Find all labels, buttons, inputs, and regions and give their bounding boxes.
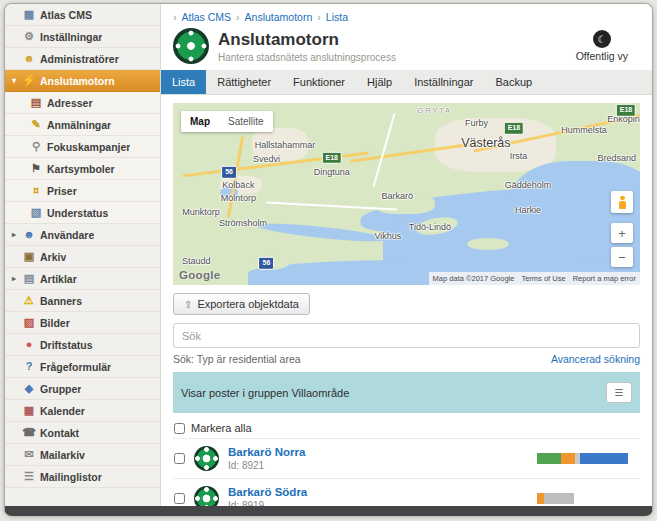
sidebar-item-anslutamotorn[interactable]: ▾⚡Anslutamotorn — [5, 70, 160, 92]
sidebar-item-priser[interactable]: ¤Priser — [5, 180, 160, 202]
sidebar-item-understatus[interactable]: ▧Understatus — [5, 202, 160, 224]
users-icon: ☻ — [22, 229, 36, 240]
sidebar-item-driftstatus[interactable]: ●Driftstatus — [5, 334, 160, 356]
articles-icon: ▤ — [22, 273, 36, 284]
tab-funktioner[interactable]: Funktioner — [282, 70, 356, 94]
sidebar-item-bilder[interactable]: ▨Bilder — [5, 312, 160, 334]
row-title-link[interactable]: Barkarö Södra — [228, 486, 307, 498]
admin-user-icon: ☻ — [22, 53, 36, 64]
active-filter-text: Sök: Typ är residential area — [173, 353, 301, 365]
tab-bar: ListaRättigheterFunktionerHjälpInställni… — [161, 70, 652, 95]
sidebar-item-anvandare[interactable]: ▸☻Användare — [5, 224, 160, 246]
status-dot-icon: ● — [22, 339, 36, 350]
main-content: ›Atlas CMS›Anslutamotorn›Lista Anslutamo… — [161, 4, 652, 506]
page-subtitle: Hantera stadsnätets anslutningsprocess — [218, 52, 396, 63]
select-all[interactable]: Markera alla — [174, 422, 639, 434]
sidebar-item-label: Grupper — [40, 383, 81, 395]
row-checkbox[interactable] — [174, 453, 185, 464]
sidebar-item-label: Bilder — [40, 317, 70, 329]
map-type-map-button[interactable]: Map — [181, 111, 219, 132]
content-area: GRYTAFurbyHummelstaEnköpingHallstahammar… — [161, 95, 652, 506]
status-bar-segment — [580, 453, 628, 464]
pegman-icon — [618, 196, 627, 209]
price-tag-icon: ¤ — [29, 185, 43, 196]
sidebar-item-anmalningar[interactable]: ✎Anmälningar — [5, 114, 160, 136]
sidebar-item-administratorer[interactable]: ☻Administratörer — [5, 48, 160, 70]
zoom-out-button[interactable]: − — [611, 247, 633, 267]
sidebar-item-mailarkiv[interactable]: ✉Mailarkiv — [5, 444, 160, 466]
sidebar-item-label: Kalender — [40, 405, 85, 417]
list-view-button[interactable]: ☰ — [606, 382, 632, 403]
select-all-checkbox[interactable] — [174, 423, 185, 434]
sidebar-item-label: Inställningar — [40, 31, 102, 43]
sidebar-item-label: Banners — [40, 295, 82, 307]
google-logo: Google — [179, 269, 220, 281]
breadcrumb-item-atlas-cms[interactable]: Atlas CMS — [182, 11, 232, 23]
row-checkbox[interactable] — [174, 493, 185, 504]
pegman-control[interactable] — [611, 191, 633, 213]
sidebar-item-arkiv[interactable]: ▣Arkiv — [5, 246, 160, 268]
tab-hjalp[interactable]: Hjälp — [356, 70, 403, 94]
chevron-right-icon: ▸ — [10, 230, 18, 239]
sidebar-item-grupper[interactable]: ◆Grupper — [5, 378, 160, 400]
tab-rattigheter[interactable]: Rättigheter — [206, 70, 282, 94]
public-view-button[interactable]: ☾ Offentlig vy — [570, 29, 634, 63]
breadcrumb-separator: › — [317, 11, 321, 23]
row-title-link[interactable]: Barkarö Norra — [228, 446, 305, 458]
pencil-icon: ✎ — [29, 119, 43, 130]
search-input[interactable] — [173, 323, 640, 348]
sidebar-item-label: Priser — [47, 185, 77, 197]
sidebar-item-kalender[interactable]: ▦Kalender — [5, 400, 160, 422]
map-type-satellite-button[interactable]: Satellite — [219, 111, 273, 132]
list-item: Barkarö SödraId: 8919 — [173, 478, 640, 506]
sidebar-item-fokuskampanjer[interactable]: ⚲Fokuskampanjer — [5, 136, 160, 158]
question-mark-icon: ? — [22, 361, 36, 372]
map-urban-area — [252, 128, 308, 161]
status-bar-segment — [537, 493, 544, 504]
map-island — [374, 194, 435, 214]
advanced-search-link[interactable]: Avancerad sökning — [551, 353, 640, 365]
terms-of-use-link[interactable]: Terms of Use — [521, 274, 565, 283]
map-controls: + − — [611, 191, 633, 267]
sidebar-item-label: Fokuskampanjer — [47, 141, 130, 153]
sidebar-item-frageformular[interactable]: ?Frågeformulär — [5, 356, 160, 378]
map-pin-icon: ⚑ — [29, 163, 43, 174]
calendar-icon: ▦ — [22, 405, 36, 416]
sidebar-item-kontakt[interactable]: ☎Kontakt — [5, 422, 160, 444]
sidebar-item-installningar[interactable]: ⚙Inställningar — [5, 26, 160, 48]
report-map-error-link[interactable]: Report a map error — [573, 274, 636, 283]
status-bar — [537, 493, 637, 504]
map-water — [220, 187, 239, 198]
result-list: Barkarö NorraId: 8921Barkarö SödraId: 89… — [173, 438, 640, 506]
sidebar-item-kartsymboler[interactable]: ⚑Kartsymboler — [5, 158, 160, 180]
sidebar-item-banners[interactable]: ⚠Banners — [5, 290, 160, 312]
breadcrumb-item-lista[interactable]: Lista — [326, 11, 348, 23]
export-button[interactable]: ⇪ Exportera objektdata — [173, 293, 310, 315]
map[interactable]: GRYTAFurbyHummelstaEnköpingHallstahammar… — [173, 103, 640, 285]
sidebar-item-atlas-cms[interactable]: ▦Atlas CMS — [5, 4, 160, 26]
tab-installningar[interactable]: Inställningar — [403, 70, 484, 94]
group-icon — [194, 446, 219, 471]
tab-backup[interactable]: Backup — [484, 70, 543, 94]
gear-icon: ⚙ — [22, 31, 36, 42]
sidebar-item-artiklar[interactable]: ▸▤Artiklar — [5, 268, 160, 290]
sidebar-item-label: Anslutamotorn — [40, 75, 115, 87]
map-road — [373, 113, 396, 187]
sidebar-item-adresser[interactable]: ▤Adresser — [5, 92, 160, 114]
toolbar: ⇪ Exportera objektdata — [173, 293, 640, 315]
row-text: Barkarö SödraId: 8919 — [228, 486, 307, 506]
module-logo-icon — [173, 28, 209, 64]
sidebar-item-mailinglistor[interactable]: ☰Mailinglistor — [5, 466, 160, 488]
status-bar — [537, 453, 637, 464]
chevron-down-icon: ▾ — [10, 76, 18, 85]
map-data-text: Map data ©2017 Google — [433, 274, 515, 283]
image-icon: ▨ — [22, 317, 36, 328]
status-bar-segment — [544, 493, 574, 504]
breadcrumb-separator: › — [173, 11, 177, 23]
breadcrumb-item-anslutamotorn[interactable]: Anslutamotorn — [245, 11, 313, 23]
sidebar-item-label: Arkiv — [40, 251, 66, 263]
map-label-gryta: GRYTA — [417, 106, 451, 115]
archive-box-icon: ▣ — [22, 251, 36, 262]
zoom-in-button[interactable]: + — [611, 223, 633, 243]
tab-lista[interactable]: Lista — [161, 70, 206, 94]
